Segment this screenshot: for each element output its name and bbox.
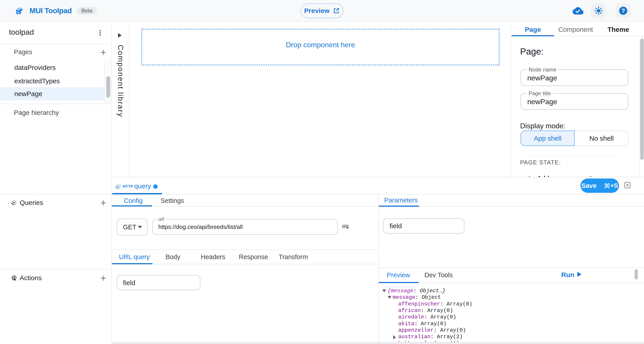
svg-text:?: ?	[622, 8, 625, 14]
